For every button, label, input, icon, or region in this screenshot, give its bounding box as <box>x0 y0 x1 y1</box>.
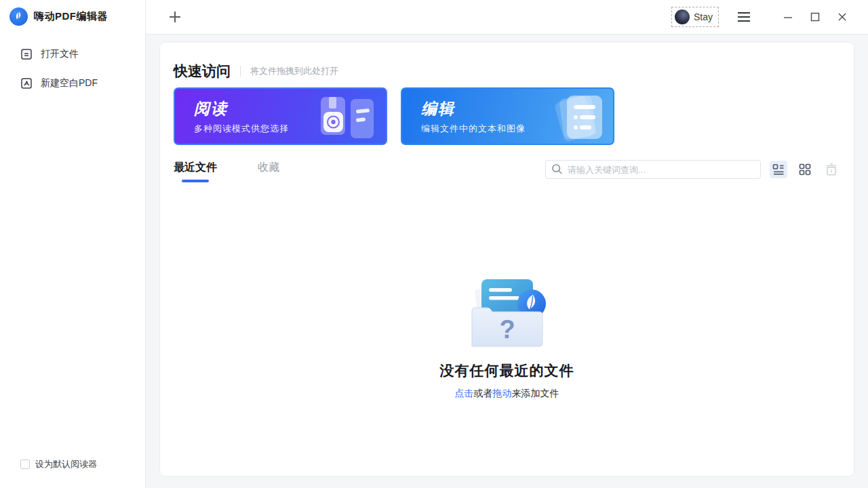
search-input[interactable] <box>545 160 761 179</box>
set-default-reader-row[interactable]: 设为默认阅读器 <box>20 458 97 470</box>
read-card-title: 阅读 <box>194 98 228 119</box>
close-icon <box>837 12 847 22</box>
user-account-button[interactable]: Stay <box>671 7 719 27</box>
new-pdf-icon <box>20 77 33 89</box>
plus-icon <box>167 9 182 24</box>
hamburger-icon <box>738 12 750 14</box>
user-name: Stay <box>694 12 713 22</box>
quick-access-header: 快速访问 将文件拖拽到此处打开 <box>174 62 338 81</box>
main-area: 快速访问 将文件拖拽到此处打开 阅读 多种阅读模式供您选择 <box>146 35 868 488</box>
app-logo-row: 嗨动PDF编辑器 <box>9 7 108 26</box>
read-card-subtitle: 多种阅读模式供您选择 <box>194 123 289 135</box>
click-to-add-link[interactable]: 点击 <box>455 388 474 399</box>
empty-folder-illustration: ? <box>465 276 549 349</box>
list-view-button[interactable] <box>770 161 787 178</box>
drag-to-add-link[interactable]: 拖动 <box>493 388 512 399</box>
content-panel: 快速访问 将文件拖拽到此处打开 阅读 多种阅读模式供您选择 <box>159 42 854 476</box>
search-box <box>545 160 761 179</box>
search-and-view-controls <box>545 160 840 179</box>
sidebar: 嗨动PDF编辑器 打开文件 新建空白PDF <box>0 0 146 488</box>
edit-card-subtitle: 编辑文件中的文本和图像 <box>421 123 526 135</box>
minimize-icon <box>783 12 793 22</box>
tab-favorites[interactable]: 收藏 <box>255 161 282 182</box>
edit-mode-card[interactable]: 编辑 编辑文件中的文本和图像 <box>401 87 614 145</box>
quick-access-cards: 阅读 多种阅读模式供您选择 编辑 <box>174 87 614 145</box>
edit-document-icon <box>544 93 606 144</box>
sidebar-nav: 打开文件 新建空白PDF <box>0 39 145 98</box>
default-reader-checkbox[interactable] <box>20 460 30 469</box>
tab-recent-files[interactable]: 最近文件 <box>174 161 217 182</box>
sidebar-item-label: 打开文件 <box>41 48 79 60</box>
main-menu-button[interactable] <box>734 7 754 27</box>
window-controls <box>774 6 856 28</box>
read-mode-card[interactable]: 阅读 多种阅读模式供您选择 <box>174 87 387 145</box>
reader-eye-book-icon <box>317 93 379 144</box>
active-tab-underline <box>182 180 209 182</box>
open-file-icon <box>20 48 33 60</box>
divider <box>240 66 241 77</box>
edit-card-title: 编辑 <box>421 98 455 119</box>
sidebar-item-label: 新建空白PDF <box>41 77 98 89</box>
search-icon <box>551 163 563 178</box>
list-view-icon <box>772 163 785 176</box>
titlebar: Stay <box>146 0 868 35</box>
grid-view-button[interactable] <box>796 161 814 178</box>
file-tabs: 最近文件 收藏 <box>174 161 282 182</box>
maximize-button[interactable] <box>802 6 829 28</box>
default-reader-label: 设为默认阅读器 <box>35 458 97 470</box>
empty-state-title: 没有任何最近的文件 <box>160 361 854 380</box>
svg-text:?: ? <box>499 315 515 344</box>
empty-state-subtitle: 点击或者拖动来添加文件 <box>160 388 854 400</box>
trash-button[interactable] <box>823 161 840 178</box>
app-title: 嗨动PDF编辑器 <box>34 10 108 23</box>
new-tab-button[interactable] <box>166 8 184 26</box>
minimize-button[interactable] <box>774 6 802 28</box>
sidebar-item-open-file[interactable]: 打开文件 <box>0 39 145 68</box>
titlebar-right-controls: Stay <box>671 6 868 28</box>
drag-hint-text: 将文件拖拽到此处打开 <box>250 65 338 77</box>
grid-view-icon <box>798 163 812 176</box>
maximize-icon <box>810 12 820 22</box>
app-logo-icon <box>9 7 28 26</box>
user-avatar <box>675 9 690 24</box>
close-button[interactable] <box>829 6 856 28</box>
empty-state: ? 没有任何最近的文件 点击或者拖动来添加文件 <box>160 276 854 400</box>
quick-access-title: 快速访问 <box>174 62 231 81</box>
trash-icon <box>825 163 838 176</box>
sidebar-item-new-blank-pdf[interactable]: 新建空白PDF <box>0 68 145 98</box>
